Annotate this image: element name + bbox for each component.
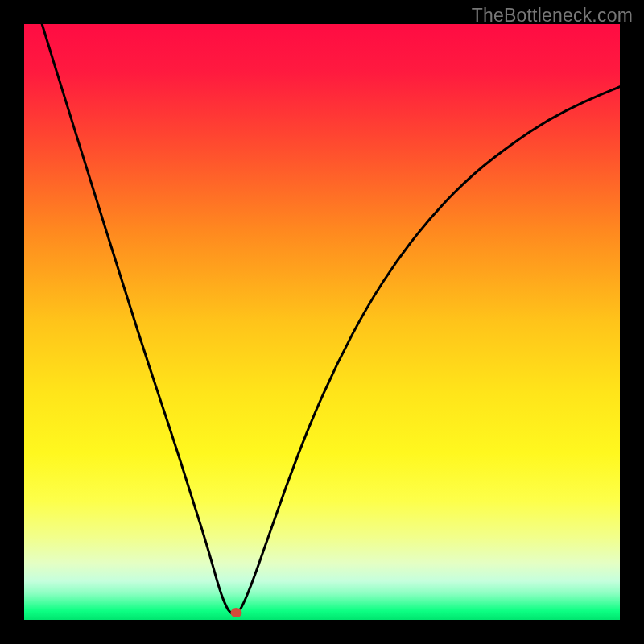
gradient-background (24, 24, 620, 620)
chart-frame: TheBottleneck.com (0, 0, 644, 644)
chart-svg (24, 24, 620, 620)
optimal-marker (230, 608, 242, 617)
plot-area (24, 24, 620, 620)
watermark-text: TheBottleneck.com (472, 5, 633, 27)
